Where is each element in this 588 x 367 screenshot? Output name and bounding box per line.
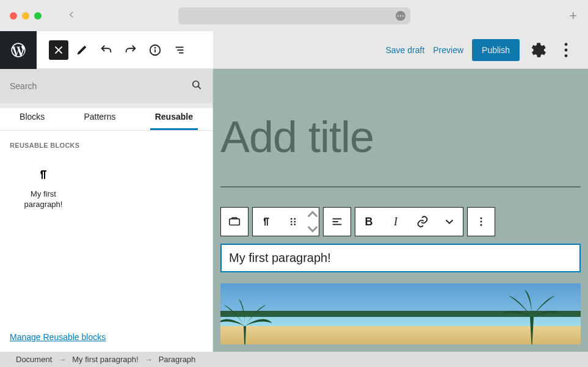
outline-icon bbox=[173, 43, 186, 57]
window-close-button[interactable] bbox=[10, 12, 17, 20]
block-breadcrumb: Document → My first paragraph! → Paragra… bbox=[0, 352, 588, 367]
redo-button[interactable] bbox=[120, 39, 142, 61]
publish-button[interactable]: Publish bbox=[472, 39, 520, 61]
undo-icon bbox=[100, 43, 113, 57]
breadcrumb-item[interactable]: Paragraph bbox=[159, 355, 196, 364]
manage-reusable-link[interactable]: Manage Reusable blocks bbox=[10, 332, 106, 342]
chevron-right-icon: → bbox=[58, 355, 66, 364]
breadcrumb-item[interactable]: Document bbox=[16, 355, 52, 364]
settings-button[interactable] bbox=[528, 40, 548, 60]
post-title-placeholder[interactable]: Add title bbox=[220, 112, 588, 162]
search-input[interactable] bbox=[10, 81, 191, 91]
browser-back-button[interactable] bbox=[66, 9, 77, 23]
svg-point-9 bbox=[565, 48, 568, 51]
svg-point-24 bbox=[481, 221, 482, 223]
chevron-down-icon bbox=[306, 222, 319, 236]
svg-point-4 bbox=[155, 47, 156, 48]
svg-point-16 bbox=[291, 221, 292, 223]
close-icon bbox=[52, 43, 65, 57]
palm-decoration-icon bbox=[220, 296, 275, 344]
section-title-reusable: REUSABLE BLOCKS bbox=[0, 131, 212, 155]
tab-blocks[interactable]: Blocks bbox=[15, 103, 49, 130]
block-type-button[interactable] bbox=[253, 208, 280, 236]
chevron-right-icon: → bbox=[145, 355, 153, 364]
gear-icon bbox=[528, 40, 548, 60]
link-button[interactable] bbox=[409, 208, 436, 236]
reusable-block-item[interactable]: My first paragraph! bbox=[10, 161, 77, 216]
pencil-icon bbox=[75, 43, 89, 57]
save-draft-button[interactable]: Save draft bbox=[385, 45, 424, 55]
search-icon bbox=[191, 79, 203, 93]
inserter-search bbox=[0, 69, 212, 103]
wordpress-icon bbox=[10, 42, 27, 59]
move-up-down-button[interactable] bbox=[307, 208, 319, 236]
more-formatting-button[interactable] bbox=[436, 208, 463, 236]
svg-point-10 bbox=[565, 54, 568, 57]
block-inserter-panel: Blocks Patterns Reusable REUSABLE BLOCKS… bbox=[0, 69, 213, 352]
preview-button[interactable]: Preview bbox=[433, 45, 463, 55]
svg-point-25 bbox=[481, 224, 482, 226]
svg-point-23 bbox=[481, 217, 482, 219]
svg-point-8 bbox=[565, 43, 568, 46]
paragraph-icon bbox=[36, 167, 51, 182]
block-toolbar: B I bbox=[220, 207, 581, 236]
block-item-label: My first paragraph! bbox=[12, 189, 74, 210]
inserter-tabs: Blocks Patterns Reusable bbox=[0, 103, 212, 131]
italic-button[interactable]: I bbox=[382, 208, 409, 236]
svg-line-12 bbox=[198, 87, 201, 89]
breadcrumb-item[interactable]: My first paragraph! bbox=[72, 355, 138, 364]
paragraph-block[interactable]: My first paragraph! bbox=[220, 244, 581, 272]
svg-point-18 bbox=[291, 223, 292, 225]
window-controls bbox=[10, 12, 42, 20]
block-more-options-button[interactable] bbox=[468, 208, 495, 236]
window-minimize-button[interactable] bbox=[22, 12, 29, 20]
svg-point-11 bbox=[193, 81, 199, 87]
svg-point-15 bbox=[294, 218, 296, 220]
editor-canvas: Add title bbox=[213, 69, 588, 352]
kebab-icon bbox=[474, 215, 488, 228]
image-block[interactable] bbox=[220, 283, 581, 344]
bold-button[interactable]: B bbox=[355, 208, 382, 236]
new-tab-button[interactable]: + bbox=[569, 8, 577, 24]
window-maximize-button[interactable] bbox=[34, 12, 42, 20]
info-icon bbox=[148, 43, 162, 57]
tools-button[interactable] bbox=[71, 39, 93, 61]
drag-handle[interactable] bbox=[280, 208, 307, 236]
link-icon bbox=[416, 215, 429, 228]
toggle-inserter-button[interactable] bbox=[49, 40, 68, 60]
tab-reusable[interactable]: Reusable bbox=[150, 103, 198, 130]
details-button[interactable] bbox=[144, 39, 166, 61]
select-parent-button[interactable] bbox=[221, 208, 248, 236]
wordpress-logo[interactable] bbox=[0, 31, 37, 69]
tab-patterns[interactable]: Patterns bbox=[79, 103, 120, 130]
chevron-down-icon bbox=[443, 215, 456, 228]
svg-point-14 bbox=[291, 218, 292, 220]
browser-url-bar[interactable]: ⋯ bbox=[178, 7, 410, 24]
redo-icon bbox=[124, 43, 137, 57]
more-options-button[interactable] bbox=[556, 40, 576, 60]
undo-button[interactable] bbox=[95, 39, 117, 61]
align-left-icon bbox=[330, 215, 344, 228]
editor-top-toolbar: Save draft Preview Publish bbox=[0, 31, 588, 69]
list-view-button[interactable] bbox=[169, 39, 191, 61]
drag-icon bbox=[286, 215, 300, 228]
palm-decoration-icon bbox=[501, 289, 562, 344]
container-icon bbox=[228, 215, 241, 228]
paragraph-icon bbox=[260, 215, 273, 228]
reader-mode-icon: ⋯ bbox=[396, 11, 405, 21]
kebab-icon bbox=[556, 40, 576, 60]
chevron-up-icon bbox=[306, 208, 319, 221]
align-button[interactable] bbox=[324, 208, 350, 236]
macos-titlebar: ⋯ + bbox=[0, 0, 588, 31]
svg-point-17 bbox=[294, 221, 296, 223]
svg-point-19 bbox=[294, 223, 296, 225]
svg-rect-13 bbox=[230, 219, 240, 225]
title-separator bbox=[220, 186, 581, 187]
